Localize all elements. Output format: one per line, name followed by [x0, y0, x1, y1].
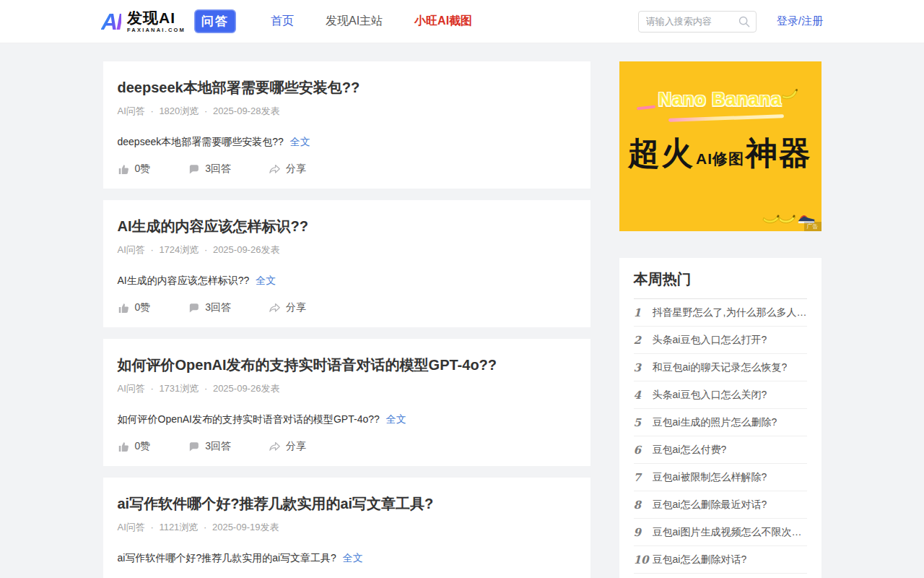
hot-rank: 5	[634, 416, 653, 429]
question-title[interactable]: 如何评价OpenAI发布的支持实时语音对话的模型GPT-4o??	[118, 355, 576, 375]
logo-domain: FAXIANAI.COM	[127, 27, 186, 33]
hot-list-item[interactable]: 4 头条ai豆包入口怎么关闭?	[634, 381, 807, 409]
question-list: deepseek本地部署需要哪些安装包?? AI问答 · 1820浏览 · 20…	[103, 61, 590, 578]
hot-text: 抖音星野怎么了,为什么那么多人不...	[653, 306, 807, 319]
nav-item[interactable]: 发现AI主站	[326, 14, 383, 29]
question-date: 2025-09-28发表	[213, 105, 280, 116]
comment-icon	[188, 163, 200, 176]
weekly-hot-title: 本周热门	[634, 269, 807, 299]
hot-list-item[interactable]: 11 豆包ai怎么弄掉?	[634, 574, 807, 578]
hot-text: 豆包ai怎么删除对话?	[653, 553, 747, 566]
site-logo[interactable]: AI 发现AI FAXIANAI.COM 问答	[101, 9, 236, 33]
hot-list-item[interactable]: 2 头条ai豆包入口怎么打开?	[634, 327, 807, 354]
question-meta: AI问答 · 1820浏览 · 2025-09-28发表	[118, 105, 576, 118]
hot-text: 豆包ai被限制怎么样解除?	[653, 471, 767, 484]
question-date: 2025-09-26发表	[213, 383, 280, 394]
site-header: AI 发现AI FAXIANAI.COM 问答 首页 发现AI主站 小旺AI截图…	[0, 0, 924, 43]
thumbs-up-icon	[118, 302, 130, 314]
question-date: 2025-09-19发表	[212, 522, 279, 532]
question-title[interactable]: ai写作软件哪个好?推荐几款实用的ai写文章工具?	[118, 494, 576, 514]
hot-list-item[interactable]: 9 豆包ai图片生成视频怎么不限次数?	[634, 519, 807, 546]
question-date: 2025-09-26发表	[213, 244, 280, 255]
share-arrow-icon	[269, 163, 281, 176]
weekly-hot-panel: 本周热门 1 抖音星野怎么了,为什么那么多人不... 2 头条ai豆包入口怎么打…	[619, 258, 821, 578]
nav-item[interactable]: 首页	[271, 14, 294, 29]
hot-list-item[interactable]: 3 和豆包ai的聊天记录怎么恢复?	[634, 354, 807, 381]
question-category: AI问答	[118, 244, 145, 255]
question-views: 1820浏览	[159, 105, 199, 116]
hot-list-item[interactable]: 6 豆包ai怎么付费?	[634, 436, 807, 464]
page-content: deepseek本地部署需要哪些安装包?? AI问答 · 1820浏览 · 20…	[103, 43, 821, 578]
bananas-icon	[768, 207, 800, 225]
logo-name: 发现AI	[127, 10, 186, 25]
hot-text: 和豆包ai的聊天记录怎么恢复?	[653, 361, 788, 374]
like-button[interactable]: 0赞	[118, 163, 151, 176]
comment-icon	[188, 441, 200, 453]
full-text-link[interactable]: 全文	[256, 275, 276, 286]
hot-list-item[interactable]: 7 豆包ai被限制怎么样解除?	[634, 464, 807, 491]
hot-list-item[interactable]: 5 豆包ai生成的照片怎么删除?	[634, 409, 807, 436]
hot-text: 豆包ai图片生成视频怎么不限次数?	[653, 526, 807, 539]
ad-headline: 超火 AI修图 神器	[619, 132, 821, 175]
sidebar: Nano Banana 超火 AI修图 神器 广告	[619, 61, 821, 578]
question-views: 1731浏览	[159, 383, 199, 394]
share-arrow-icon	[269, 441, 281, 453]
thumbs-up-icon	[118, 441, 130, 453]
hot-text: 头条ai豆包入口怎么关闭?	[653, 389, 767, 402]
hot-text: 豆包ai怎么付费?	[653, 444, 727, 457]
question-title[interactable]: deepseek本地部署需要哪些安装包??	[118, 78, 576, 98]
hot-rank: 4	[634, 389, 653, 402]
question-excerpt: ai写作软件哪个好?推荐几款实用的ai写文章工具? 全文	[118, 552, 576, 565]
question-category: AI问答	[118, 105, 145, 116]
question-views: 1724浏览	[159, 244, 199, 255]
hot-list-item[interactable]: 10 豆包ai怎么删除对话?	[634, 546, 807, 574]
main-nav: 首页 发现AI主站 小旺AI截图	[271, 14, 472, 29]
hot-rank: 8	[634, 499, 653, 512]
like-button[interactable]: 0赞	[118, 301, 151, 314]
logo-ai-mark-icon: AI	[101, 10, 121, 33]
hot-text: 头条ai豆包入口怎么打开?	[653, 334, 767, 347]
hot-rank: 9	[634, 526, 653, 539]
hot-rank: 1	[634, 306, 653, 319]
weekly-hot-list: 1 抖音星野怎么了,为什么那么多人不... 2 头条ai豆包入口怎么打开? 3 …	[634, 299, 807, 578]
search-box	[638, 11, 757, 33]
login-register-link[interactable]: 登录/注册	[777, 14, 823, 28]
full-text-link[interactable]: 全文	[343, 552, 363, 564]
question-category: AI问答	[118, 522, 145, 532]
hot-list-item[interactable]: 1 抖音星野怎么了,为什么那么多人不...	[634, 299, 807, 327]
share-button[interactable]: 分享	[269, 163, 306, 176]
answers-button[interactable]: 3回答	[188, 163, 231, 176]
ad-label: 广告	[804, 222, 821, 231]
comment-icon	[188, 302, 200, 314]
question-meta: AI问答 · 1731浏览 · 2025-09-26发表	[118, 382, 576, 395]
nav-item[interactable]: 小旺AI截图	[414, 14, 472, 29]
share-button[interactable]: 分享	[269, 301, 306, 314]
full-text-link[interactable]: 全文	[386, 413, 406, 425]
ad-tagline: Nano Banana	[658, 89, 782, 110]
hot-rank: 3	[634, 361, 653, 374]
hot-rank: 6	[634, 444, 653, 457]
question-views: 1121浏览	[159, 522, 198, 532]
question-card: ai写作软件哪个好?推荐几款实用的ai写文章工具? AI问答 · 1121浏览 …	[103, 478, 590, 578]
like-button[interactable]: 0赞	[118, 440, 151, 453]
question-meta: AI问答 · 1724浏览 · 2025-09-26发表	[118, 243, 576, 256]
question-card: AI生成的内容应该怎样标识?? AI问答 · 1724浏览 · 2025-09-…	[103, 200, 590, 327]
hot-rank: 10	[634, 553, 653, 566]
swoosh-decoration	[668, 114, 783, 122]
full-text-link[interactable]: 全文	[290, 136, 310, 147]
question-excerpt: deepseek本地部署需要哪些安装包?? 全文	[118, 136, 576, 149]
share-button[interactable]: 分享	[269, 440, 306, 453]
thumbs-up-icon	[118, 163, 130, 176]
question-card: 如何评价OpenAI发布的支持实时语音对话的模型GPT-4o?? AI问答 · …	[103, 339, 590, 466]
question-excerpt: AI生成的内容应该怎样标识?? 全文	[118, 275, 576, 288]
hot-list-item[interactable]: 8 豆包ai怎么删除最近对话?	[634, 491, 807, 519]
question-meta: AI问答 · 1121浏览 · 2025-09-19发表	[118, 521, 576, 534]
question-card: deepseek本地部署需要哪些安装包?? AI问答 · 1820浏览 · 20…	[103, 61, 590, 189]
answers-button[interactable]: 3回答	[188, 301, 231, 314]
question-title[interactable]: AI生成的内容应该怎样标识??	[118, 217, 576, 236]
search-icon[interactable]	[738, 15, 751, 28]
answers-button[interactable]: 3回答	[188, 440, 231, 453]
ad-banner[interactable]: Nano Banana 超火 AI修图 神器 广告	[619, 61, 821, 231]
hot-rank: 7	[634, 471, 653, 484]
question-category: AI问答	[118, 383, 145, 394]
